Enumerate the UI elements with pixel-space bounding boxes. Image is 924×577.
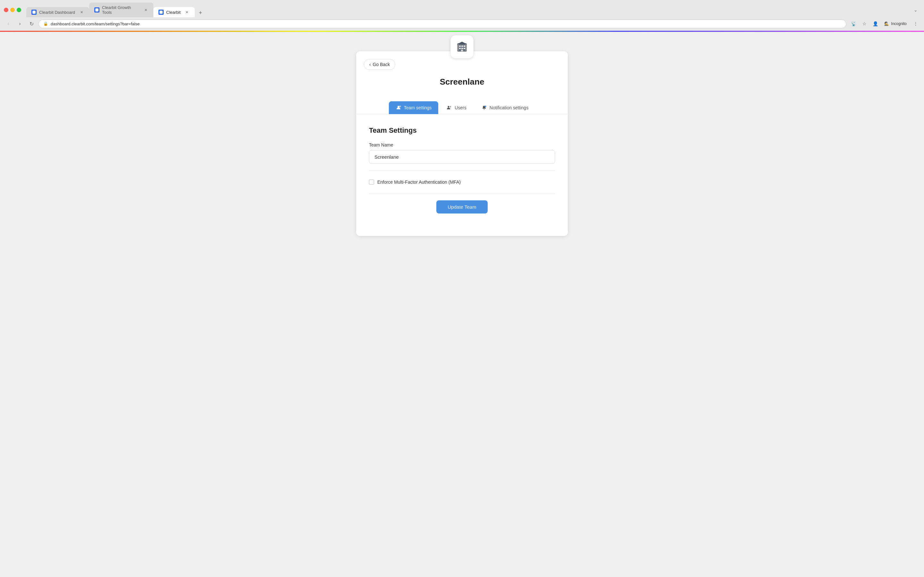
chevron-left-icon: ‹ — [369, 62, 371, 67]
back-button[interactable]: ‹ — [4, 19, 13, 28]
bookmark-icon[interactable]: ☆ — [860, 19, 869, 28]
incognito-label: Incognito — [891, 21, 907, 26]
browser-tab-3-close[interactable]: ✕ — [184, 10, 190, 15]
svg-rect-0 — [32, 11, 36, 14]
svg-rect-2 — [160, 11, 163, 14]
tab-users-label: Users — [455, 105, 467, 110]
team-name-group: Team Name — [369, 142, 555, 164]
new-tab-button[interactable]: + — [196, 8, 205, 17]
form-section: Team Settings Team Name Enforce Multi-Fa… — [356, 117, 568, 223]
go-back-label: Go Back — [373, 62, 390, 67]
incognito-icon: 🕵 — [884, 21, 889, 26]
svg-rect-11 — [464, 48, 465, 49]
team-name-input[interactable] — [369, 150, 555, 164]
users-icon — [446, 105, 452, 111]
svg-rect-10 — [461, 48, 463, 49]
svg-rect-8 — [464, 45, 465, 47]
browser-tab-1[interactable]: Clearbit Dashboard ✕ — [26, 7, 89, 17]
browser-tab-3-label: Clearbit — [166, 10, 181, 15]
incognito-button[interactable]: 🕵 Incognito — [882, 20, 909, 27]
tab-overflow-button[interactable]: ⌄ — [911, 5, 920, 15]
forward-button[interactable]: › — [15, 19, 24, 28]
form-divider-2 — [369, 193, 555, 194]
update-team-button[interactable]: Update Team — [436, 200, 488, 213]
tab-notification-settings-label: Notification settings — [489, 105, 528, 110]
browser-tab-2-close[interactable]: ✕ — [143, 7, 148, 13]
svg-point-15 — [399, 106, 401, 107]
maximize-window-button[interactable] — [17, 8, 21, 12]
svg-point-20 — [448, 106, 449, 108]
address-actions: 📡 ☆ 👤 🕵 Incognito ⋮ — [849, 19, 920, 28]
close-window-button[interactable] — [4, 8, 8, 12]
settings-container: ‹ Go Back Screenlane — [356, 51, 568, 236]
update-btn-container: Update Team — [369, 200, 555, 213]
window-controls — [4, 8, 21, 12]
mfa-checkbox[interactable] — [369, 179, 374, 185]
rainbow-bar — [0, 31, 924, 32]
tab-notification-settings[interactable]: Notification settings — [475, 101, 535, 114]
mfa-row: Enforce Multi-Factor Authentication (MFA… — [369, 177, 555, 187]
section-title: Team Settings — [369, 126, 555, 135]
browser-tab-2[interactable]: Clearbit Growth Tools ✕ — [89, 3, 153, 17]
address-input[interactable]: 🔒 dashboard.clearbit.com/team/settings?b… — [39, 19, 846, 28]
team-name-label: Team Name — [369, 142, 555, 147]
svg-point-22 — [485, 106, 486, 107]
svg-rect-12 — [461, 50, 463, 51]
company-name: Screenlane — [369, 77, 555, 87]
svg-marker-13 — [457, 42, 467, 44]
browser-chrome: Clearbit Dashboard ✕ Clearbit Growth Too… — [0, 0, 924, 32]
cast-icon[interactable]: 📡 — [849, 19, 858, 28]
page-content: ‹ Go Back Screenlane — [0, 32, 924, 577]
notification-icon — [481, 105, 487, 111]
menu-icon[interactable]: ⋮ — [911, 19, 920, 28]
form-divider-1 — [369, 170, 555, 171]
minimize-window-button[interactable] — [10, 8, 15, 12]
browser-tab-1-close[interactable]: ✕ — [79, 10, 84, 15]
company-logo-badge — [451, 35, 473, 58]
lock-icon: 🔒 — [43, 21, 48, 26]
browser-tab-1-label: Clearbit Dashboard — [39, 10, 75, 15]
reload-button[interactable]: ↻ — [27, 19, 36, 28]
address-bar: ‹ › ↻ 🔒 dashboard.clearbit.com/team/sett… — [0, 17, 924, 31]
svg-rect-1 — [95, 8, 99, 11]
settings-card: ‹ Go Back Screenlane — [356, 51, 568, 236]
tabs-navigation: Team settings Users — [356, 95, 568, 114]
title-bar: Clearbit Dashboard ✕ Clearbit Growth Too… — [0, 0, 924, 17]
mfa-label[interactable]: Enforce Multi-Factor Authentication (MFA… — [377, 179, 461, 185]
browser-tab-3[interactable]: Clearbit ✕ — [153, 7, 195, 17]
browser-tabs-bar: Clearbit Dashboard ✕ Clearbit Growth Too… — [26, 3, 205, 17]
tab-team-settings[interactable]: Team settings — [389, 101, 438, 114]
svg-rect-9 — [459, 48, 461, 49]
svg-rect-6 — [459, 45, 461, 47]
browser-tab-2-label: Clearbit Growth Tools — [102, 5, 139, 15]
svg-point-21 — [450, 106, 451, 107]
team-settings-icon — [396, 105, 401, 111]
svg-rect-7 — [461, 45, 463, 47]
tab-users[interactable]: Users — [439, 101, 473, 114]
profile-icon[interactable]: 👤 — [871, 19, 880, 28]
tab-team-settings-label: Team settings — [404, 105, 431, 110]
address-text: dashboard.clearbit.com/team/settings?bar… — [51, 21, 842, 26]
go-back-button[interactable]: ‹ Go Back — [364, 59, 395, 70]
